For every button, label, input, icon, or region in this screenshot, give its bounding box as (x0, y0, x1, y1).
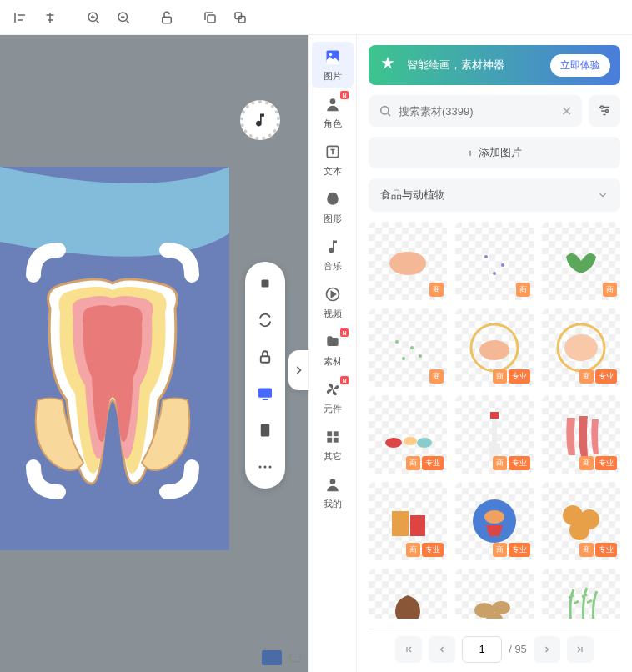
nav-label: 我的 (324, 498, 342, 510)
canvas-content[interactable] (0, 167, 229, 550)
nav-item-other[interactable]: 其它 (312, 422, 354, 468)
asset-item[interactable]: 商专业 (369, 569, 447, 619)
badge-commercial: 商 (429, 283, 444, 297)
asset-item[interactable]: 商专业 (542, 395, 620, 474)
align-center-icon[interactable] (37, 4, 63, 31)
category-label: 食品与动植物 (380, 188, 445, 203)
search-input[interactable] (399, 105, 554, 118)
nav-label: 文本 (324, 165, 342, 178)
fullscreen-icon[interactable] (253, 272, 277, 295)
promo-button[interactable]: 立即体验 (550, 54, 610, 77)
nav-item-image[interactable]: 图片 (312, 42, 354, 88)
zoom-out-icon[interactable] (110, 4, 137, 31)
svg-rect-44 (490, 412, 499, 419)
prev-page-button[interactable] (429, 636, 455, 663)
nav-item-asset[interactable]: N 素材 (312, 327, 354, 373)
svg-point-25 (381, 107, 389, 114)
unlock-icon[interactable] (153, 4, 180, 31)
category-select[interactable]: 食品与动植物 (369, 178, 620, 212)
asset-item[interactable]: 商专业 (542, 482, 620, 560)
last-page-button[interactable] (567, 636, 594, 663)
asset-item[interactable]: 商专业 (455, 395, 534, 474)
asset-item[interactable]: 商 (369, 222, 447, 300)
more-icon[interactable] (253, 455, 277, 479)
svg-rect-14 (290, 654, 300, 661)
badge-commercial: 商 (493, 456, 507, 470)
rotate-icon[interactable] (253, 308, 277, 332)
asset-item[interactable]: 商专业 (542, 569, 620, 619)
asset-item[interactable]: 商 (455, 222, 534, 300)
promo-banner: 智能绘画，素材神器 立即体验 (369, 45, 620, 85)
svg-rect-22 (327, 438, 332, 443)
translate-icon (379, 55, 399, 75)
scene-thumb-frame-icon[interactable] (288, 651, 302, 664)
svg-point-34 (410, 346, 414, 349)
text-icon (323, 142, 343, 162)
nav-item-shape[interactable]: 图形 (312, 184, 354, 230)
page-input[interactable] (462, 636, 502, 663)
scene-thumbnail[interactable] (262, 650, 282, 665)
asset-item[interactable]: 商专业 (369, 482, 447, 560)
nav-item-video[interactable]: 视频 (312, 279, 354, 325)
nav-item-my[interactable]: 我的 (312, 469, 354, 515)
badge-professional: 专业 (509, 543, 530, 557)
nav-label: 图片 (324, 70, 342, 83)
nav-item-role[interactable]: N 角色 (312, 89, 354, 135)
svg-rect-9 (263, 399, 268, 400)
svg-point-31 (501, 263, 504, 267)
asset-item[interactable]: 商专业 (369, 395, 447, 474)
first-page-button[interactable] (395, 636, 422, 663)
badge-professional: 专业 (595, 543, 617, 557)
svg-point-38 (479, 340, 509, 360)
music-icon (323, 237, 343, 257)
floating-toolbar (245, 262, 285, 489)
nav-item-text[interactable]: 文本 (312, 137, 354, 183)
badge-commercial: 商 (493, 369, 507, 384)
asset-item[interactable]: 商专业 (542, 308, 620, 387)
nav-item-component[interactable]: N 元件 (312, 374, 354, 420)
nav-item-music[interactable]: 音乐 (312, 232, 354, 278)
asset-item[interactable]: 商专业 (455, 569, 534, 619)
nav-label: 其它 (324, 450, 342, 463)
svg-point-42 (404, 437, 417, 445)
nav-label: 音乐 (324, 260, 342, 273)
nav-label: 视频 (324, 308, 342, 320)
expand-panel-icon[interactable] (288, 350, 308, 390)
align-left-icon[interactable] (7, 4, 33, 31)
svg-point-35 (402, 357, 405, 360)
svg-rect-45 (492, 419, 497, 444)
svg-point-12 (264, 466, 267, 469)
svg-point-40 (564, 334, 598, 361)
copy-icon[interactable] (197, 4, 223, 31)
svg-point-27 (606, 110, 609, 113)
new-badge: N (340, 91, 349, 99)
add-image-button[interactable]: + 添加图片 (369, 137, 620, 168)
asset-grid: 商 商 商 商 商专业 商专业 商专业 商专业 商专业 商专业 商专业 商专业 … (369, 222, 620, 619)
svg-point-11 (259, 466, 262, 469)
asset-item[interactable]: 商专业 (455, 482, 534, 560)
next-page-button[interactable] (534, 636, 560, 663)
svg-point-43 (417, 438, 432, 448)
badge-professional: 专业 (595, 456, 617, 470)
lock-icon[interactable] (253, 345, 277, 369)
asset-item[interactable]: 商 (542, 222, 620, 300)
chevron-down-icon (597, 189, 609, 201)
svg-point-30 (484, 255, 488, 258)
canvas-area[interactable] (0, 35, 308, 672)
svg-point-32 (493, 272, 496, 275)
zoom-in-icon[interactable] (80, 4, 107, 31)
image-icon (323, 47, 343, 67)
filter-button[interactable] (589, 95, 620, 127)
svg-rect-2 (163, 17, 172, 23)
svg-rect-46 (392, 511, 409, 536)
mobile-icon[interactable] (253, 419, 277, 442)
badge-commercial: 商 (406, 543, 420, 557)
clear-icon[interactable]: ✕ (561, 103, 572, 119)
duplicate-icon[interactable] (227, 4, 253, 31)
asset-item[interactable]: 商 (369, 308, 447, 387)
asset-item[interactable]: 商专业 (455, 308, 534, 387)
display-icon[interactable] (253, 382, 277, 405)
promo-text: 智能绘画，素材神器 (407, 58, 542, 73)
music-icon[interactable] (240, 100, 280, 140)
shape-icon (323, 189, 343, 209)
